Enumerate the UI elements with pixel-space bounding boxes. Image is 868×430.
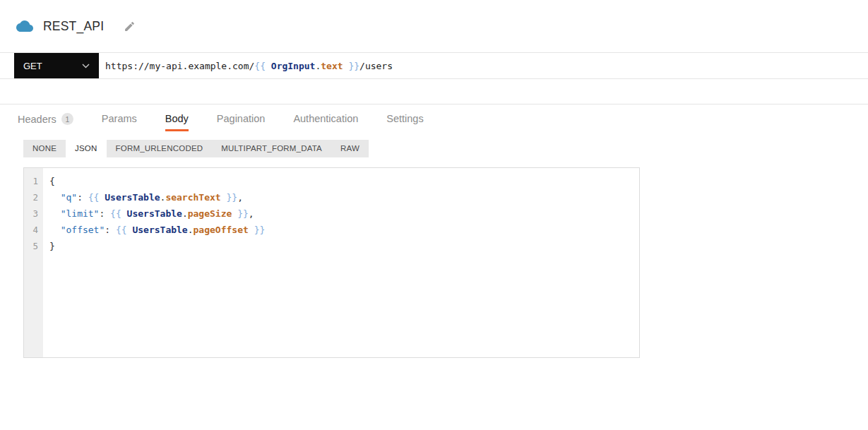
tab-body[interactable]: Body <box>165 113 189 131</box>
body-type-tab-label: RAW <box>340 144 359 153</box>
code-line: { <box>43 173 55 189</box>
rename-pencil-icon[interactable] <box>122 19 136 33</box>
code-line: "limit": {{ UsersTable.pageSize }}, <box>43 205 254 222</box>
api-name-title: REST_API <box>43 19 104 34</box>
request-bar: GET https://my-api.example.com/{{ OrgInp… <box>0 52 868 79</box>
request-config-tabs: Headers 1 Params Body Pagination Authent… <box>0 104 868 132</box>
tab-params[interactable]: Params <box>102 113 137 131</box>
line-number: 4 <box>24 222 43 238</box>
body-type-tab-none[interactable]: NONE <box>23 140 66 157</box>
http-method-label: GET <box>23 61 42 71</box>
tab-label: Body <box>165 113 189 124</box>
code-row: 5 } <box>24 238 639 254</box>
tab-label: Authentication <box>293 113 358 124</box>
code-row: 4 "offset": {{ UsersTable.pageOffset }} <box>24 222 639 238</box>
http-method-dropdown[interactable]: GET <box>14 53 99 78</box>
code-line: "q": {{ UsersTable.searchText }}, <box>43 189 243 205</box>
body-type-tab-label: FORM_URLENCODED <box>116 144 203 153</box>
tab-label: Pagination <box>217 113 266 124</box>
headers-count-badge: 1 <box>61 113 73 125</box>
body-type-tab-label: MULTIPART_FORM_DATA <box>221 144 322 153</box>
body-type-tabs: NONE JSON FORM_URLENCODED MULTIPART_FORM… <box>23 140 369 157</box>
body-type-tab-form-urlencoded[interactable]: FORM_URLENCODED <box>107 140 213 157</box>
code-row: 2 "q": {{ UsersTable.searchText }}, <box>24 189 639 205</box>
tab-headers[interactable]: Headers 1 <box>18 113 73 132</box>
body-type-tab-json[interactable]: JSON <box>66 140 106 157</box>
tab-pagination[interactable]: Pagination <box>217 113 266 131</box>
url-input[interactable]: https://my-api.example.com/{{ OrgInput.t… <box>99 53 868 78</box>
tab-settings[interactable]: Settings <box>386 113 423 131</box>
line-number: 1 <box>24 173 43 189</box>
tab-authentication[interactable]: Authentication <box>293 113 358 131</box>
code-line: } <box>43 238 55 254</box>
tab-label: Settings <box>386 113 423 124</box>
line-number: 5 <box>24 238 43 254</box>
code-row: 3 "limit": {{ UsersTable.pageSize }}, <box>24 205 639 222</box>
tab-label: Params <box>102 113 137 124</box>
body-type-tab-label: JSON <box>75 144 97 153</box>
line-number: 3 <box>24 205 43 222</box>
line-number: 2 <box>24 189 43 205</box>
cloud-icon <box>14 18 35 35</box>
json-body-editor[interactable]: 1 { 2 "q": {{ UsersTable.searchText }}, … <box>23 167 640 358</box>
api-header: REST_API <box>0 0 868 52</box>
chevron-down-icon <box>82 64 90 68</box>
tab-label: Headers <box>18 114 57 125</box>
code-row: 1 { <box>24 173 639 189</box>
code-line: "offset": {{ UsersTable.pageOffset }} <box>43 222 265 238</box>
body-type-tab-label: NONE <box>32 144 57 153</box>
body-type-tab-raw[interactable]: RAW <box>331 140 369 157</box>
body-type-tab-multipart-form-data[interactable]: MULTIPART_FORM_DATA <box>212 140 331 157</box>
